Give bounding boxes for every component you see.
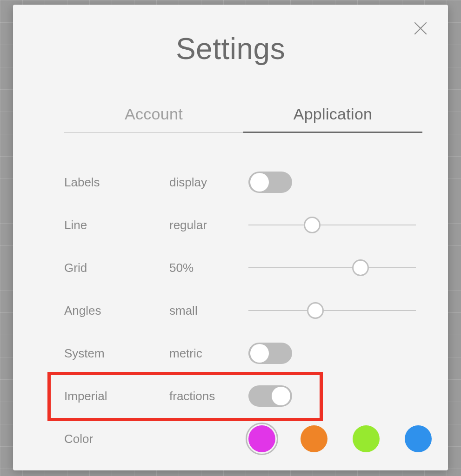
- row-color-label: Color: [64, 432, 169, 446]
- row-angles: Angles small: [64, 289, 432, 332]
- color-swatch-lime[interactable]: [353, 425, 380, 452]
- row-line: Line regular: [64, 204, 432, 246]
- tab-account[interactable]: Account: [64, 105, 243, 133]
- slider-knob: [304, 217, 321, 233]
- slider-knob: [352, 259, 369, 276]
- close-icon: [413, 20, 428, 36]
- color-swatch-orange[interactable]: [301, 425, 327, 452]
- row-color: Color: [64, 417, 432, 460]
- toggle-knob: [272, 387, 290, 405]
- toggle-knob: [250, 344, 269, 363]
- row-system-label: System: [64, 346, 169, 361]
- color-swatches: [248, 425, 432, 452]
- settings-tabs: Account Application: [64, 105, 422, 133]
- color-swatch-blue[interactable]: [405, 425, 432, 452]
- slider-track: [248, 267, 416, 268]
- row-labels: Labels display: [64, 161, 432, 204]
- row-grid-label: Grid: [64, 261, 169, 275]
- angles-slider[interactable]: [248, 301, 416, 320]
- grid-slider[interactable]: [248, 258, 416, 277]
- row-imperial-value: fractions: [169, 389, 248, 403]
- tab-application[interactable]: Application: [243, 105, 422, 133]
- close-button[interactable]: [413, 20, 428, 36]
- row-grid: Grid 50%: [64, 246, 432, 289]
- line-slider[interactable]: [248, 216, 416, 234]
- slider-track: [248, 225, 416, 225]
- settings-rows: Labels display Line regular Grid 50%: [64, 161, 432, 460]
- system-toggle[interactable]: [248, 343, 292, 364]
- row-system: System metric: [64, 332, 432, 375]
- row-imperial: Imperial fractions: [64, 375, 432, 417]
- imperial-toggle[interactable]: [248, 385, 292, 407]
- row-labels-label: Labels: [64, 175, 169, 190]
- row-imperial-label: Imperial: [64, 389, 169, 403]
- slider-knob: [307, 302, 324, 319]
- toggle-knob: [250, 173, 269, 192]
- slider-track: [248, 310, 416, 311]
- settings-title: Settings: [46, 32, 415, 66]
- row-angles-label: Angles: [64, 304, 169, 318]
- row-line-value: regular: [169, 218, 248, 232]
- row-grid-value: 50%: [169, 261, 248, 275]
- row-system-value: metric: [169, 346, 248, 361]
- labels-toggle[interactable]: [248, 172, 292, 193]
- row-labels-value: display: [169, 175, 248, 190]
- settings-modal: Settings Account Application Labels disp…: [13, 5, 448, 470]
- color-swatch-magenta[interactable]: [248, 425, 275, 452]
- row-angles-value: small: [169, 304, 248, 318]
- row-line-label: Line: [64, 218, 169, 232]
